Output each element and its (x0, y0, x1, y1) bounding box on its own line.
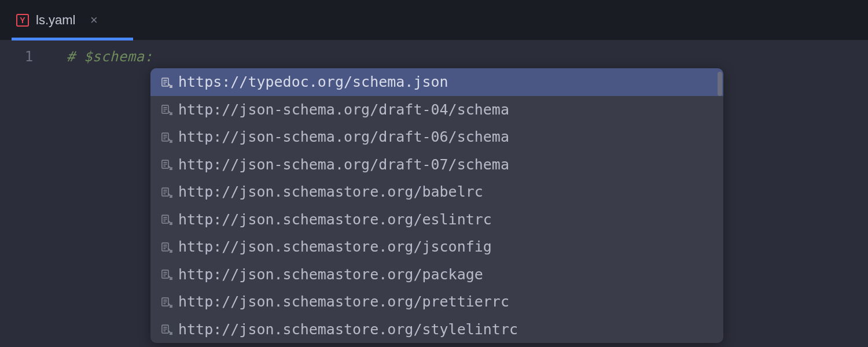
schema-icon (161, 213, 172, 225)
suggestion-label: http://json.schemastore.org/eslintrc (178, 211, 492, 228)
schema-icon (161, 186, 172, 198)
autocomplete-popup[interactable]: https://typedoc.org/schema.json http://j… (150, 68, 723, 343)
suggestion-label: http://json.schemastore.org/jsconfig (178, 238, 492, 255)
suggestion-item[interactable]: http://json.schemastore.org/eslintrc (150, 206, 723, 234)
close-icon[interactable]: × (87, 13, 101, 27)
suggestion-label: http://json-schema.org/draft-04/schema (178, 101, 509, 118)
line-gutter: 1 (0, 40, 58, 347)
suggestion-item[interactable]: http://json-schema.org/draft-06/schema (150, 123, 723, 151)
suggestion-item[interactable]: http://json-schema.org/draft-07/schema (150, 151, 723, 179)
scrollbar-thumb[interactable] (718, 72, 722, 96)
suggestion-item[interactable]: http://json.schemastore.org/stylelintrc (150, 316, 723, 344)
suggestion-label: http://json-schema.org/draft-07/schema (178, 156, 509, 173)
code-content[interactable]: # $schema: https://typedoc.org/schema.js… (58, 40, 868, 347)
suggestion-item[interactable]: http://json.schemastore.org/babelrc (150, 178, 723, 206)
file-tab[interactable]: Y ls.yaml × (12, 0, 105, 40)
code-line-1: # $schema: (58, 47, 868, 66)
suggestion-label: http://json.schemastore.org/package (178, 266, 483, 283)
editor-area[interactable]: 1 # $schema: https://typedoc.org/schema.… (0, 40, 868, 347)
suggestion-item[interactable]: http://json.schemastore.org/package (150, 261, 723, 289)
tab-label: ls.yaml (36, 13, 75, 28)
schema-icon (161, 268, 172, 280)
schema-icon (161, 104, 172, 115)
suggestion-label: http://json.schemastore.org/stylelintrc (178, 321, 518, 338)
suggestion-label: https://typedoc.org/schema.json (178, 73, 448, 90)
suggestion-label: http://json-schema.org/draft-06/schema (178, 128, 509, 145)
suggestion-item[interactable]: http://json-schema.org/draft-04/schema (150, 96, 723, 124)
schema-icon (161, 131, 172, 143)
suggestion-item[interactable]: http://json.schemastore.org/prettierrc (150, 288, 723, 316)
schema-icon (161, 241, 172, 253)
schema-icon (161, 296, 172, 308)
schema-icon (161, 76, 172, 88)
line-number: 1 (0, 47, 58, 66)
yaml-file-icon: Y (16, 14, 29, 27)
suggestion-item[interactable]: https://typedoc.org/schema.json (150, 68, 723, 96)
tab-bar: Y ls.yaml × (0, 0, 868, 40)
schema-icon (161, 158, 172, 170)
suggestion-label: http://json.schemastore.org/prettierrc (178, 293, 509, 310)
suggestion-label: http://json.schemastore.org/babelrc (178, 183, 483, 200)
schema-icon (161, 323, 172, 335)
suggestion-item[interactable]: http://json.schemastore.org/jsconfig (150, 233, 723, 261)
